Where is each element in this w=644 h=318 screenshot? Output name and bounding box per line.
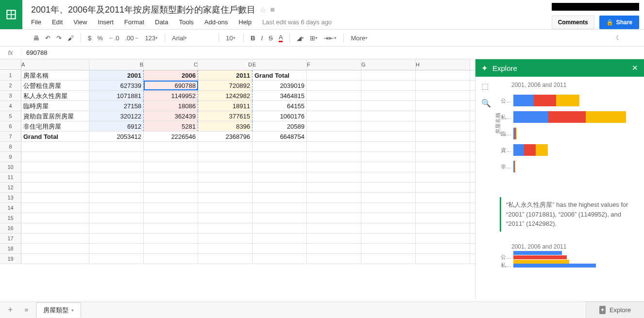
menu-format[interactable]: Format bbox=[124, 18, 144, 26]
cell[interactable]: 320122 bbox=[89, 111, 144, 121]
fill-color-button[interactable]: ◢ bbox=[295, 33, 306, 44]
row-header[interactable]: 14 bbox=[0, 203, 21, 213]
sheets-logo[interactable] bbox=[0, 0, 22, 29]
cell[interactable]: 6648754 bbox=[253, 132, 307, 141]
cell[interactable] bbox=[21, 183, 89, 192]
cell[interactable] bbox=[253, 244, 307, 253]
row-header[interactable]: 4 bbox=[0, 101, 21, 111]
cell[interactable]: 房屋名稱 bbox=[21, 70, 89, 80]
row-header[interactable]: 10 bbox=[0, 162, 21, 172]
cell[interactable] bbox=[89, 234, 144, 243]
cell[interactable] bbox=[416, 162, 470, 172]
cell[interactable] bbox=[307, 172, 361, 182]
cell[interactable]: 362439 bbox=[144, 111, 198, 121]
cell[interactable] bbox=[307, 121, 361, 131]
italic-button[interactable]: I bbox=[259, 33, 265, 44]
cell[interactable]: 377615 bbox=[198, 111, 253, 121]
cell[interactable]: 公營租住房屋 bbox=[21, 81, 89, 90]
cell[interactable] bbox=[361, 223, 416, 233]
cell[interactable] bbox=[198, 213, 253, 223]
last-edit[interactable]: Last edit was 6 days ago bbox=[262, 18, 332, 26]
cell[interactable] bbox=[416, 213, 470, 223]
cell[interactable] bbox=[416, 203, 470, 213]
cell[interactable] bbox=[361, 172, 416, 182]
row-header[interactable]: 15 bbox=[0, 213, 21, 223]
cell[interactable] bbox=[144, 162, 198, 172]
cell[interactable] bbox=[198, 223, 253, 233]
cell[interactable] bbox=[253, 213, 307, 223]
cell[interactable] bbox=[21, 162, 89, 172]
cell[interactable] bbox=[253, 254, 307, 264]
row-header[interactable]: 1 bbox=[0, 70, 21, 80]
row-header[interactable]: 17 bbox=[0, 234, 21, 243]
active-cell[interactable]: 690788 bbox=[144, 81, 198, 90]
cell[interactable]: 2001 bbox=[89, 70, 144, 80]
row-header[interactable]: 19 bbox=[0, 254, 21, 264]
cell[interactable] bbox=[89, 254, 144, 264]
cell[interactable] bbox=[361, 244, 416, 253]
cell[interactable]: 64155 bbox=[253, 101, 307, 111]
cell[interactable] bbox=[89, 223, 144, 233]
cell[interactable]: 27158 bbox=[89, 101, 144, 111]
cell[interactable] bbox=[307, 254, 361, 264]
col-header-C[interactable]: C bbox=[144, 59, 198, 70]
cell[interactable] bbox=[89, 213, 144, 223]
cell[interactable] bbox=[21, 172, 89, 182]
comments-button[interactable]: Comments bbox=[552, 16, 594, 29]
font-select[interactable]: Arial bbox=[170, 33, 214, 44]
cell[interactable] bbox=[253, 234, 307, 243]
col-header-B[interactable]: B bbox=[89, 59, 144, 70]
cell[interactable] bbox=[198, 244, 253, 253]
folder-icon[interactable]: ■ bbox=[270, 5, 275, 14]
col-header-E[interactable]: E bbox=[253, 59, 307, 70]
cell[interactable]: 720892 bbox=[198, 81, 253, 90]
menu-help[interactable]: Help bbox=[238, 18, 252, 26]
cell[interactable] bbox=[198, 254, 253, 264]
cell[interactable] bbox=[361, 91, 416, 100]
cell[interactable] bbox=[144, 193, 198, 202]
menu-addons[interactable]: Add-ons bbox=[204, 18, 228, 26]
row-header[interactable]: 2 bbox=[0, 81, 21, 90]
cell[interactable] bbox=[416, 81, 470, 90]
cell[interactable] bbox=[307, 142, 361, 151]
cell[interactable]: 3464815 bbox=[253, 91, 307, 100]
cell[interactable] bbox=[89, 142, 144, 151]
cell[interactable] bbox=[21, 152, 89, 162]
cell[interactable] bbox=[144, 213, 198, 223]
cell[interactable] bbox=[21, 223, 89, 233]
print-icon[interactable]: 🖶 bbox=[31, 33, 41, 44]
row-header[interactable]: 18 bbox=[0, 244, 21, 253]
cell[interactable] bbox=[361, 121, 416, 131]
cell[interactable]: 資助自置居所房屋 bbox=[21, 111, 89, 121]
share-button[interactable]: 🔒Share bbox=[599, 16, 639, 29]
dec-increase-button[interactable]: .00→ bbox=[123, 33, 141, 44]
cell[interactable] bbox=[144, 183, 198, 192]
row-header[interactable]: 13 bbox=[0, 193, 21, 202]
cell[interactable] bbox=[144, 254, 198, 264]
cell[interactable] bbox=[89, 162, 144, 172]
cell[interactable]: 18086 bbox=[144, 101, 198, 111]
row-header[interactable]: 16 bbox=[0, 223, 21, 233]
strike-button[interactable]: S bbox=[267, 33, 275, 44]
spreadsheet-grid[interactable]: A B C D E F G H 1 房屋名稱 2001 2006 2011 Gr… bbox=[0, 59, 475, 300]
cell[interactable] bbox=[307, 70, 361, 80]
cell[interactable] bbox=[307, 152, 361, 162]
more-button[interactable]: More bbox=[349, 33, 370, 44]
cell[interactable] bbox=[416, 244, 470, 253]
cell[interactable]: Grand Total bbox=[253, 70, 307, 80]
undo-icon[interactable]: ↶ bbox=[43, 33, 52, 44]
cell[interactable] bbox=[416, 91, 470, 100]
cell[interactable] bbox=[307, 111, 361, 121]
cell[interactable] bbox=[361, 111, 416, 121]
col-header-H[interactable]: H bbox=[416, 59, 470, 70]
zoom-icon[interactable]: 🔍 bbox=[481, 99, 495, 108]
cell[interactable] bbox=[144, 152, 198, 162]
cell[interactable] bbox=[361, 203, 416, 213]
cell[interactable] bbox=[253, 162, 307, 172]
cell[interactable]: 1149952 bbox=[144, 91, 198, 100]
cell[interactable] bbox=[89, 203, 144, 213]
collapse-toolbar-icon[interactable]: ㄑ bbox=[612, 32, 623, 44]
cell[interactable]: 2039019 bbox=[253, 81, 307, 90]
cell[interactable] bbox=[361, 254, 416, 264]
cell[interactable] bbox=[89, 172, 144, 182]
